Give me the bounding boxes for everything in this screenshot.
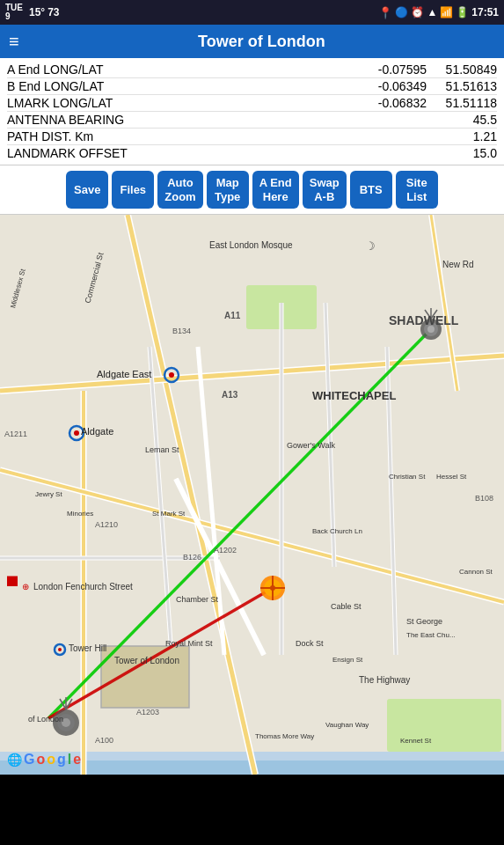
svg-text:St George: St George (406, 617, 442, 626)
svg-text:A1203: A1203 (136, 708, 159, 716)
info-val2-4: 1.21 (427, 129, 497, 143)
info-panel: A End LONG/LAT-0.0759551.50849B End LONG… (0, 58, 504, 165)
files-button[interactable]: Files (112, 171, 154, 209)
info-row-3: ANTENNA BEARING45.5 (7, 112, 497, 129)
info-row-0: A End LONG/LAT-0.0759551.50849 (7, 62, 497, 78)
info-label-0: A End LONG/LAT (7, 62, 356, 77)
svg-text:Tower of London: Tower of London (114, 656, 179, 665)
svg-text:Aldgate East: Aldgate East (97, 369, 151, 379)
info-label-1: B End LONG/LAT (7, 79, 356, 93)
info-val1-3 (356, 113, 427, 127)
bts-button[interactable]: BTS (350, 171, 392, 209)
svg-text:of London: of London (28, 715, 63, 724)
svg-text:B108: B108 (475, 494, 493, 503)
svg-point-34 (169, 372, 174, 378)
svg-text:Tower Hill: Tower Hill (69, 643, 106, 653)
svg-point-36 (74, 430, 79, 436)
svg-text:A1210: A1210 (95, 520, 118, 529)
svg-text:Royal Mint St: Royal Mint St (165, 639, 213, 648)
status-bar: TUE9 15° 73 📍 🔵 ⏰ ▲ 📶 🔋 17:51 (0, 0, 504, 25)
svg-text:East London Mosque: East London Mosque (209, 240, 293, 250)
status-signal: 73 (47, 6, 59, 18)
header-title: Tower of London (28, 33, 495, 51)
menu-icon[interactable]: ≡ (9, 32, 19, 52)
map-svg: SHADWELL WHITECHAPEL Aldgate East Aldgat… (0, 215, 504, 775)
svg-text:A100: A100 (95, 736, 113, 745)
svg-text:A13: A13 (222, 390, 238, 400)
svg-text:Leman St: Leman St (145, 445, 179, 454)
svg-point-32 (58, 648, 62, 651)
app-header: ≡ Tower of London (0, 25, 504, 58)
save-button[interactable]: Save (66, 171, 108, 209)
svg-text:Dock St: Dock St (296, 639, 324, 648)
svg-text:London Fenchurch Street: London Fenchurch Street (33, 582, 133, 592)
wifi-icon: ▲ (427, 6, 437, 18)
google-logo: 🌐 Google (7, 752, 81, 768)
info-val2-5: 15.0 (427, 146, 497, 160)
auto-zoom-button[interactable]: Auto Zoom (157, 171, 202, 209)
info-val1-0: -0.07595 (356, 62, 427, 77)
location-icon: 📍 (378, 6, 392, 19)
info-val2-2: 51.51118 (427, 96, 497, 110)
info-val1-5 (356, 146, 427, 160)
svg-text:⊕: ⊕ (22, 582, 29, 592)
status-right: 📍 🔵 ⏰ ▲ 📶 🔋 17:51 (378, 6, 499, 19)
svg-text:Cable St: Cable St (331, 602, 362, 611)
status-date: TUE9 (5, 4, 23, 21)
info-val2-1: 51.51613 (427, 79, 497, 93)
battery-icon: 🔋 (456, 6, 469, 18)
svg-text:Cannon St: Cannon St (459, 568, 493, 576)
svg-text:A1211: A1211 (4, 430, 27, 438)
signal-icon: 📶 (440, 6, 453, 18)
info-val2-3: 45.5 (427, 113, 497, 127)
info-row-2: LMARK LONG/LAT-0.0683251.51118 (7, 95, 497, 112)
info-val1-4 (356, 129, 427, 143)
svg-text:Kennet St: Kennet St (400, 737, 432, 745)
info-row-4: PATH DIST. Km1.21 (7, 129, 497, 145)
svg-text:Christian St: Christian St (389, 473, 426, 481)
svg-text:B126: B126 (183, 553, 201, 562)
toolbar: SaveFilesAuto ZoomMap TypeA End HereSwap… (0, 165, 504, 215)
svg-text:St Mark St: St Mark St (152, 510, 186, 518)
info-label-4: PATH DIST. Km (7, 129, 356, 143)
alarm-icon: ⏰ (411, 6, 424, 18)
info-label-2: LMARK LONG/LAT (7, 96, 356, 110)
status-left: TUE9 15° 73 (5, 4, 60, 21)
info-label-3: ANTENNA BEARING (7, 113, 356, 127)
info-label-5: LANDMARK OFFSET (7, 146, 356, 160)
svg-text:Ensign St: Ensign St (332, 656, 363, 664)
svg-text:The Highway: The Highway (359, 675, 410, 685)
svg-text:A1202: A1202 (214, 546, 237, 555)
svg-text:Aldgate: Aldgate (81, 426, 113, 437)
info-val1-1: -0.06349 (356, 79, 427, 93)
a-end-here-button[interactable]: A End Here (252, 171, 299, 209)
status-temp: 15° (29, 6, 45, 18)
map-container[interactable]: SHADWELL WHITECHAPEL Aldgate East Aldgat… (0, 215, 504, 775)
svg-text:Thomas More Way: Thomas More Way (255, 732, 314, 740)
info-row-5: LANDMARK OFFSET15.0 (7, 145, 497, 161)
svg-text:Gower's Walk: Gower's Walk (287, 441, 335, 450)
svg-text:☽: ☽ (365, 239, 376, 253)
svg-text:Chamber St: Chamber St (176, 595, 219, 604)
svg-text:Back Church Ln: Back Church Ln (312, 527, 362, 535)
bluetooth-icon: 🔵 (395, 6, 408, 18)
info-row-1: B End LONG/LAT-0.0634951.51613 (7, 78, 497, 95)
svg-text:Hessel St: Hessel St (436, 473, 467, 481)
svg-text:Jewry St: Jewry St (35, 490, 62, 498)
site-list-button[interactable]: Site List (396, 171, 438, 209)
info-val1-2: -0.06832 (356, 96, 427, 110)
svg-text:B134: B134 (172, 327, 191, 335)
swap-ab-button[interactable]: Swap A-B (303, 171, 347, 209)
svg-text:New Rd: New Rd (442, 260, 474, 269)
svg-text:The East Chu...: The East Chu... (406, 631, 456, 639)
svg-point-49 (270, 585, 275, 591)
svg-text:WHITECHAPEL: WHITECHAPEL (312, 389, 396, 402)
svg-text:Minories: Minories (67, 510, 93, 518)
map-type-button[interactable]: Map Type (207, 171, 249, 209)
svg-text:A11: A11 (224, 311, 241, 320)
info-val2-0: 51.50849 (427, 62, 497, 77)
svg-text:SHADWELL: SHADWELL (389, 313, 459, 327)
status-time: 17:51 (471, 6, 499, 18)
svg-text:Vaughan Way: Vaughan Way (325, 721, 369, 729)
